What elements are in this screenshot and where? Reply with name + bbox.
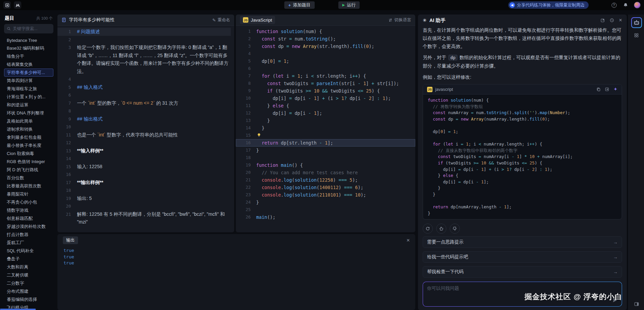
code-line[interactable]: 2 const str = num.toString(); [236, 35, 415, 43]
code-line[interactable]: 1function solution(num) { [236, 28, 415, 35]
sidebar-item[interactable]: 进制求和转换 [4, 125, 53, 133]
code-lines[interactable]: 1function solution(num) {2 const str = n… [236, 26, 415, 232]
sidebar-item[interactable]: 环状 DNA 序列整理 [4, 109, 53, 117]
problem-line[interactable]: 13**输入样例** [57, 147, 231, 155]
problem-line[interactable]: 3给定一个数字，我们按照如下规则把它翻译为字符串: 0 翻译成 “a”，1 翻译… [57, 44, 231, 75]
code-line[interactable]: 15 [236, 132, 415, 139]
code-line[interactable]: 6 [236, 65, 415, 72]
sidebar-item[interactable]: 番茄编辑的选择 [4, 295, 53, 304]
sidebar-item[interactable]: 创意标题匹配 [4, 214, 53, 223]
code-line[interactable]: 23 console.log(solution(2110101) === 10)… [236, 191, 415, 199]
language-tab[interactable]: JS JavaScript [240, 16, 275, 24]
regenerate-button[interactable] [423, 224, 433, 234]
problem-line[interactable]: 6 [57, 91, 231, 99]
insert-code-icon[interactable] [605, 87, 609, 92]
problem-line[interactable]: 20 [57, 202, 231, 210]
run-button[interactable]: ▶ 运行 [338, 1, 360, 9]
sidebar-item[interactable]: 阿 D 的飞行路线 [4, 166, 53, 174]
sidebar-item[interactable]: 暴雨梨花针 [4, 190, 53, 198]
code-line[interactable]: 8 const twoDigits = parseInt(str[i - 1] … [236, 80, 415, 87]
sidebar-item[interactable]: SQL 代码补全 [4, 247, 53, 255]
problem-line[interactable]: 16 [57, 171, 231, 179]
code-line[interactable]: 18 [236, 154, 415, 161]
sidebar-item[interactable]: RGB 色值转 Integer [4, 158, 53, 166]
sidebar-item[interactable]: 和的逆运算 [4, 101, 53, 109]
close-ai-icon[interactable]: × [619, 18, 622, 23]
problem-line[interactable]: 4 [57, 75, 231, 83]
marscode-logo[interactable] [14, 1, 21, 9]
problem-line[interactable]: 12 [57, 139, 231, 147]
output-tab[interactable]: 输出 [63, 236, 78, 244]
code-line[interactable]: 20 // You can add more test cases here [236, 169, 415, 176]
search-box[interactable] [4, 24, 53, 33]
code-line[interactable]: 9 if (twoDigits >= 10 && twoDigits <= 25… [236, 87, 415, 95]
problem-lines[interactable]: 1# 问题描述2 3给定一个数字，我们按照如下规则把它翻译为字符串: 0 翻译成… [57, 26, 234, 232]
sidebar-item[interactable]: 蛋糕工厂 [4, 239, 53, 247]
problem-line[interactable]: 18 [57, 186, 231, 195]
code-line[interactable]: 13 } [236, 117, 415, 124]
lightbulb-icon[interactable] [257, 133, 261, 137]
problem-line[interactable]: 10 [57, 123, 231, 131]
switch-language-button[interactable]: 切换语言 [388, 17, 411, 23]
sidebar-item[interactable]: 计算位置 x 到 y 的... [4, 93, 53, 101]
code-line[interactable]: 14 } [236, 124, 415, 132]
sidebar-item[interactable]: 分布式围建 [4, 287, 53, 295]
app-logo[interactable] [3, 1, 11, 9]
problem-line[interactable]: 14 [57, 155, 231, 163]
sidebar-item[interactable]: 青海湖租车之旅 [4, 85, 53, 93]
widgets-icon[interactable] [634, 33, 639, 38]
code-line[interactable]: 7 for (let i = 1; i < str.length; i++) { [236, 72, 415, 80]
sidebar-item[interactable]: 穿越沙漠的补给次数 [4, 223, 53, 231]
ai-suggestion-button[interactable]: 给我一些代码提示吧→ [423, 251, 622, 263]
sidebar-item[interactable]: 拿到最多红包金额 [4, 133, 53, 141]
code-line[interactable]: 19function main() { [236, 161, 415, 169]
problem-line[interactable]: 15输入: 12258 [57, 163, 231, 171]
sidebar-item[interactable]: 猫鱼分干 [4, 52, 53, 60]
sidebar-item[interactable]: 字符串有多少种可... [4, 69, 53, 77]
code-line[interactable]: 3 const dp = new Array(str.length).fill(… [236, 43, 415, 50]
code-line[interactable]: 5 dp[0] = 1; [236, 57, 415, 65]
sidebar-item[interactable]: 不再贪心的小包 [4, 198, 53, 206]
sidebar-item[interactable]: 及格如此简单 [4, 117, 53, 125]
rename-button[interactable]: ✎ 重命名 [212, 17, 230, 23]
sidebar-item[interactable]: 二叉树供暖 [4, 271, 53, 279]
problem-line[interactable]: 21解释: 12258 有 5 种不同的翻译，分别是 "bccfi", "bwf… [57, 210, 231, 226]
sidebar-item[interactable]: 猜数字游戏 [4, 206, 53, 214]
promo-banner-button[interactable]: 分享代码练习体验，领限量定制周边 [508, 1, 589, 9]
sidebar-item[interactable]: 最小替换子串长度 [4, 141, 53, 150]
close-output-icon[interactable]: × [406, 237, 410, 243]
help-icon[interactable]: ? [611, 2, 617, 8]
problem-line[interactable]: 8 [57, 107, 231, 115]
thumbs-down-button[interactable] [450, 224, 460, 234]
problem-line[interactable]: 1# 问题描述 [57, 28, 231, 36]
problem-line[interactable]: 7一个 `int` 型的数字，`0 <= num <= 2` 的 31 次方 [57, 99, 231, 107]
sidebar-item[interactable]: 大数和距离 [4, 263, 53, 271]
notification-bell-icon[interactable] [622, 2, 628, 8]
sidebar-item[interactable]: Base32 编码和解码 [4, 44, 53, 52]
code-line[interactable]: 21 console.log(solution(12258) === 5); [236, 176, 415, 184]
panel-layout-icon[interactable] [634, 302, 639, 307]
code-line[interactable]: 11 } else { [236, 102, 415, 109]
sidebar-item[interactable]: 打点计数器 [4, 231, 53, 239]
expand-icon[interactable] [600, 18, 605, 23]
sidebar-scrollbar[interactable] [0, 309, 36, 310]
user-avatar[interactable] [634, 2, 641, 8]
code-line[interactable]: 26main(); [236, 213, 415, 221]
sidebar-item[interactable]: 简单四则计算 [4, 77, 53, 85]
problem-line[interactable]: 19输出: 5 [57, 195, 231, 203]
code-line[interactable]: 10 dp[i] = dp[i - 1] + (i > 1? dp[i - 2]… [236, 95, 415, 102]
ai-assistant-toggle[interactable] [631, 17, 642, 28]
problem-line[interactable]: 17**输出样例** [57, 179, 231, 187]
ai-suggestion-button[interactable]: 帮我检查一下代码→ [423, 266, 622, 278]
thumbs-up-button[interactable] [436, 224, 446, 234]
problem-line[interactable]: 2 [57, 36, 231, 44]
copy-icon[interactable] [596, 87, 601, 92]
sidebar-item[interactable]: Cion 勒索病毒 [4, 150, 53, 158]
problem-line[interactable]: 11也是一个 `int` 型数字，代表字符串的总共可能性 [57, 131, 231, 139]
sidebar-item[interactable]: 链表聚集交换 [4, 60, 53, 69]
problem-line[interactable]: 5## 输入格式 [57, 83, 231, 92]
code-line[interactable]: 12 dp[i] = dp[i - 1]; [236, 109, 415, 117]
sidebar-item[interactable]: 二分数字 [4, 279, 53, 287]
code-line[interactable]: 25 [236, 206, 415, 213]
code-line[interactable]: 4 [236, 50, 415, 57]
